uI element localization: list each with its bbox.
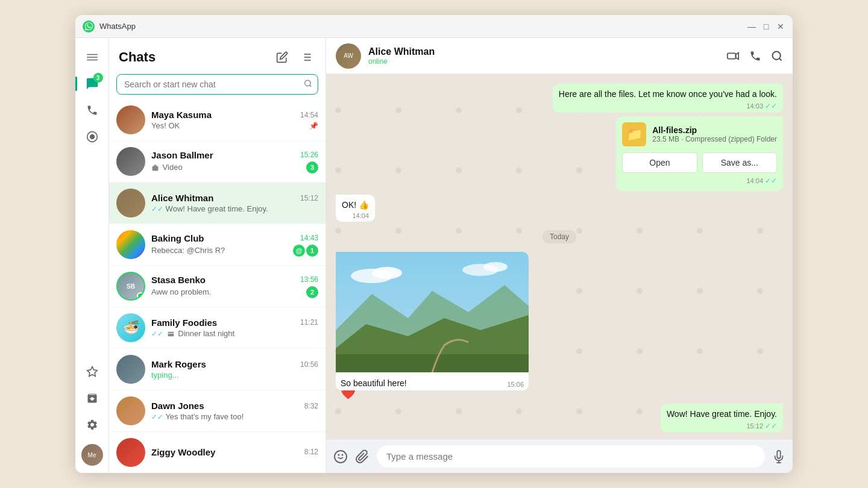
chat-header-name: Alice Whitman (368, 46, 719, 57)
message-time-recv-1: 14:04 (352, 212, 369, 219)
chat-time-alice: 15:12 (300, 194, 318, 202)
svg-rect-1 (87, 57, 98, 58)
chat-name-ziggy: Ziggy Woodley (151, 447, 215, 457)
message-input[interactable] (377, 445, 765, 468)
chat-time-mark: 10:56 (300, 360, 318, 369)
message-tick-1: ✓✓ (765, 102, 777, 110)
svg-marker-19 (736, 52, 739, 59)
message-text-recv-1: OK! 👍 (342, 199, 369, 211)
chat-info-family: Family Foodies 11:21 ✓✓ Dinner last nigh… (151, 318, 318, 338)
minimize-button[interactable]: — (747, 22, 756, 31)
chat-name-family: Family Foodies (151, 318, 217, 328)
video-call-button[interactable] (726, 49, 740, 63)
maximize-button[interactable]: □ (761, 22, 771, 31)
nav-calls[interactable] (80, 98, 104, 122)
chat-avatar-baking (116, 230, 145, 259)
chat-avatar-family: 🍜 (116, 313, 145, 342)
mic-button[interactable] (772, 450, 785, 463)
chat-item-family[interactable]: 🍜 Family Foodies 11:21 ✓✓ Dinner last ni… (109, 307, 326, 349)
nav-starred[interactable] (80, 360, 104, 384)
chat-preview-stasa: Aww no problem. (151, 287, 306, 296)
chat-preview-jason: Video (151, 163, 306, 172)
search-input[interactable] (116, 74, 318, 95)
chat-name-dawn: Dawn Jones (151, 401, 204, 411)
open-file-button[interactable]: Open (622, 152, 697, 173)
left-nav: 3 Me (75, 38, 109, 473)
svg-rect-0 (87, 54, 98, 55)
filter-button[interactable] (297, 48, 316, 67)
chat-preview-dawn: ✓✓ Yes that's my fave too! (151, 412, 318, 421)
chat-list-header: Chats (109, 38, 326, 72)
attach-button[interactable] (355, 449, 370, 464)
nav-menu[interactable] (80, 45, 104, 69)
chat-item-jason[interactable]: Jason Ballmer 15:26 Video 3 (109, 141, 326, 183)
chat-time-jason: 15:26 (300, 151, 318, 159)
chat-header-status: online (368, 57, 719, 66)
chat-item-dawn[interactable]: Dawn Jones 8:32 ✓✓ Yes that's my fave to… (109, 390, 326, 432)
nav-archived[interactable] (80, 386, 104, 410)
chat-name-alice: Alice Whitman (151, 193, 213, 203)
search-chat-button[interactable] (771, 50, 783, 62)
chat-avatar-jason (116, 147, 145, 176)
save-file-button[interactable]: Save as... (702, 152, 777, 173)
chat-name-jason: Jason Ballmer (151, 150, 213, 160)
chat-header-info: Alice Whitman online (368, 46, 719, 66)
svg-rect-2 (87, 60, 98, 61)
chat-panel: AW Alice Whitman online (326, 38, 793, 473)
title-bar: WhatsApp — □ ✕ (75, 15, 793, 38)
svg-point-30 (335, 451, 347, 463)
message-received-1: OK! 👍 14:04 (336, 195, 375, 222)
file-tick: ✓✓ (765, 177, 777, 185)
chat-avatar-maya (116, 105, 145, 134)
chat-preview-maya: Yes! OK (151, 121, 309, 130)
mention-badge-baking: @ (293, 245, 305, 257)
nav-status[interactable] (80, 125, 104, 149)
chat-item-maya[interactable]: Maya Kasuma 14:54 Yes! OK 📌 (109, 99, 326, 141)
message-time-2: 15:12 (746, 422, 763, 430)
messages-area: Here are all the files. Let me know once… (326, 74, 793, 439)
user-avatar[interactable]: Me (81, 444, 103, 466)
chat-item-alice[interactable]: Alice Whitman 15:12 ✓✓ Wow! Have great t… (109, 183, 326, 224)
chat-avatar-dawn (116, 396, 145, 425)
new-chat-button[interactable] (272, 48, 292, 67)
chat-preview-baking: Rebecca: @Chris R? (151, 246, 293, 255)
chat-item-stasa[interactable]: SB Stasa Benko 13:56 Aww no problem. 2 (109, 266, 326, 307)
svg-marker-15 (154, 165, 156, 166)
call-button[interactable] (749, 50, 761, 62)
chat-time-ziggy: 8:12 (304, 448, 318, 456)
chat-item-ziggy[interactable]: Ziggy Woodley 8:12 (109, 432, 326, 473)
chat-info-jason: Jason Ballmer 15:26 Video 3 (151, 150, 318, 174)
chat-time-baking: 14:43 (300, 234, 318, 242)
chat-info-mark: Mark Rogers 10:56 typing... (151, 359, 318, 380)
nav-chats[interactable]: 3 (80, 72, 104, 96)
app-title: WhatsApp (99, 22, 747, 31)
message-photo-1: So beautiful here! 15:06 ❤️ (336, 252, 529, 400)
svg-rect-16 (168, 332, 174, 337)
photo-time: 15:06 (507, 381, 524, 388)
unread-badge-jason: 3 (306, 161, 318, 174)
chat-item-mark[interactable]: Mark Rogers 10:56 typing... (109, 349, 326, 390)
chat-info-baking: Baking Club 14:43 Rebecca: @Chris R? @ 1 (151, 233, 318, 257)
svg-rect-14 (153, 166, 159, 171)
message-tick-2: ✓✓ (765, 422, 777, 430)
chat-avatar-alice (116, 189, 145, 217)
chat-time-stasa: 13:56 (300, 275, 318, 284)
nav-settings[interactable] (80, 413, 104, 437)
svg-line-21 (779, 58, 782, 60)
svg-line-13 (310, 85, 312, 87)
main-content: 3 Me Chat (75, 38, 793, 473)
search-icon (304, 80, 312, 90)
file-details: All-files.zip 23.5 MB · Compressed (zipp… (652, 125, 777, 143)
chat-item-baking[interactable]: Baking Club 14:43 Rebecca: @Chris R? @ 1 (109, 224, 326, 266)
svg-point-20 (773, 51, 781, 59)
input-bar (326, 439, 793, 473)
file-size: 23.5 MB · Compressed (zipped) Folder (652, 135, 777, 143)
emoji-button[interactable] (333, 449, 348, 464)
app-window: WhatsApp — □ ✕ 3 (75, 15, 793, 473)
chat-info-dawn: Dawn Jones 8:32 ✓✓ Yes that's my fave to… (151, 401, 318, 421)
chat-preview-mark: typing... (151, 371, 179, 380)
chat-time-family: 11:21 (300, 318, 318, 327)
date-divider: Today (542, 230, 576, 243)
chat-list-title: Chats (119, 49, 156, 65)
close-button[interactable]: ✕ (776, 22, 785, 31)
